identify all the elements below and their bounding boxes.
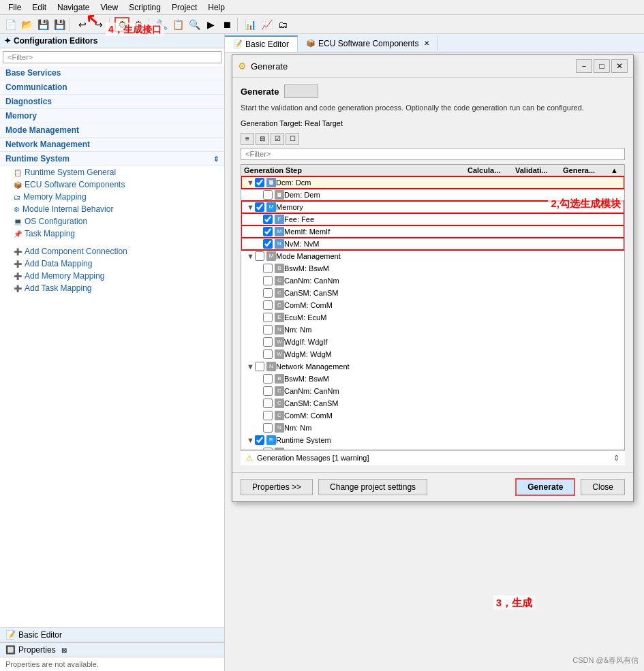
tree-check-all[interactable]: ☑ [271,133,284,145]
check-comm1[interactable] [263,300,273,310]
menu-file[interactable]: File [3,1,27,14]
toolbar-undo[interactable]: ↩ [75,17,90,32]
tree-row-ecum[interactable]: E EcuM: EcuM [241,311,624,324]
check-nm2[interactable] [263,423,273,433]
dialog-maximize-btn[interactable]: □ [594,59,610,73]
nav-network-management[interactable]: Network Management [0,138,224,152]
toolbar-btn-h[interactable]: 🗂 [275,17,290,32]
tree-row-wdgm[interactable]: W WdgM: WdgM [241,348,624,360]
check-cansm2[interactable] [263,399,273,408]
nav-add-data-mapping[interactable]: ➕ Add Data Mapping [0,258,224,270]
tree-filter-input[interactable] [241,148,625,160]
toolbar-btn-g[interactable]: 📈 [259,17,274,32]
nav-runtime-system-general[interactable]: 📋 Runtime System General [0,166,224,178]
toolbar-btn-f[interactable]: 📊 [243,17,258,32]
gen-messages-bar[interactable]: ⚠ Generation Messages [1 warning] ⇕ [241,450,625,465]
check-memif[interactable] [263,227,273,236]
properties-btn[interactable]: Properties >> [241,479,313,495]
nav-add-task-mapping[interactable]: ➕ Add Task Mapping [0,282,224,294]
tree-expand-all[interactable]: ≡ [241,133,254,145]
close-btn[interactable]: Close [581,479,625,495]
expand-net[interactable]: ▼ [247,362,255,371]
properties-tab[interactable]: 🔲 Properties ⊠ [0,643,224,657]
expand-dcm[interactable]: ▼ [247,178,255,187]
dialog-close-btn[interactable]: ✕ [611,59,628,73]
nav-diagnostics[interactable]: Diagnostics [0,95,224,109]
toolbar-gen2[interactable]: ⚙ [131,17,146,32]
check-cannm1[interactable] [263,276,273,285]
nav-module-internal[interactable]: ⚙ Module Internal Behavior [0,203,224,215]
check-runtime-sys[interactable] [255,435,264,445]
filter-box[interactable]: <Filter> [3,51,221,63]
check-nvm-mem[interactable] [263,239,273,249]
toolbar-save[interactable]: 💾 [35,17,50,32]
tree-row-cannm1[interactable]: C CanNm: CanNm [241,275,624,287]
toolbar-btn-d[interactable]: ▶ [203,17,218,32]
tree-row-dcm[interactable]: ▼ 📋 Dcm: Dcm [241,176,624,189]
menu-edit[interactable]: Edit [27,1,52,14]
nav-runtime-system[interactable]: Runtime System ⇕ [0,152,224,166]
menu-scripting[interactable]: Scripting [123,1,166,14]
tree-row-cannm2[interactable]: C CanNm: CanNm [241,385,624,397]
tree-row-mode-mgmt[interactable]: ▼ M Mode Management [241,250,624,262]
tree-row-nvm-mem[interactable]: N NvM: NvM [241,238,624,250]
tree-row-comm2[interactable]: C ComM: ComM [241,409,624,422]
tree-row-fee[interactable]: F Fee: Fee [241,213,624,225]
tree-row-comm1[interactable]: C ComM: ComM [241,299,624,311]
check-wdgif[interactable] [263,337,273,347]
toolbar-redo[interactable]: ↪ [91,17,106,32]
change-settings-btn[interactable]: Change project settings [318,479,427,495]
tree-collapse-all[interactable]: ⊟ [256,133,269,145]
nav-os-config[interactable]: 💻 OS Configuration [0,215,224,228]
nav-mode-management[interactable]: Mode Management [0,123,224,138]
tab-basic-editor[interactable]: 📝 Basic Editor [225,35,298,52]
check-wdgm[interactable] [263,349,273,359]
tree-row-wdgif[interactable]: W WdgIf: WdgIf [241,336,624,348]
toolbar-open[interactable]: 📂 [19,17,34,32]
menu-help[interactable]: Help [202,1,230,14]
nav-memory-mapping[interactable]: 🗂 Memory Mapping [0,191,224,203]
tree-row-net-mgmt[interactable]: ▼ N Network Management [241,360,624,373]
expand-mode[interactable]: ▼ [247,252,255,260]
tree-row-cansm2[interactable]: C CanSM: CanSM [241,397,624,409]
toolbar-generate-btn[interactable]: ⚙ [114,17,129,32]
tree-row-memory[interactable]: ▼ M Memory [241,201,624,213]
expand-memory[interactable]: ▼ [247,203,255,211]
toolbar-new[interactable]: 📄 [3,17,18,32]
toolbar-btn-c[interactable]: 🔍 [187,17,202,32]
check-bswm2[interactable] [263,374,273,384]
check-memory[interactable] [255,202,264,212]
toolbar-btn-e[interactable]: ⏹ [219,17,234,32]
nav-memory[interactable]: Memory [0,109,224,123]
check-bswm1[interactable] [263,264,273,273]
check-net[interactable] [255,362,264,371]
check-cansm1[interactable] [263,288,273,298]
check-dem[interactable] [263,190,273,200]
check-nm1[interactable] [263,325,273,334]
nav-base-services[interactable]: Base Services [0,66,224,80]
menu-view[interactable]: View [95,1,123,14]
tree-row-nm2[interactable]: N Nm: Nm [241,422,624,434]
nav-add-component[interactable]: ➕ Add Component Connection [0,245,224,258]
tab-ecu-software[interactable]: 📦 ECU Software Components ✕ [298,36,438,51]
check-cannm2[interactable] [263,386,273,396]
tab-ecu-close[interactable]: ✕ [424,40,429,47]
check-fee[interactable] [263,215,273,224]
tree-row-cansm1[interactable]: C CanSM: CanSM [241,287,624,299]
menu-project[interactable]: Project [166,1,202,14]
generate-btn[interactable]: Generate [515,478,575,496]
toolbar-save2[interactable]: 💾 [52,17,67,32]
toolbar-btn-a[interactable]: 🔧 [154,17,169,32]
tree-container[interactable]: Generation Step Calcula... Validati... G… [241,164,625,450]
check-mode[interactable] [255,251,264,261]
nav-ecu-software[interactable]: 📦 ECU Software Components [0,178,224,191]
check-dcm[interactable] [255,178,264,187]
nav-task-mapping[interactable]: 📌 Task Mapping [0,228,224,240]
dialog-minimize-btn[interactable]: － [576,59,592,73]
basic-editor-tab[interactable]: 📝 Basic Editor [0,628,224,642]
gen-msg-collapse-btn[interactable]: ⇕ [613,454,619,463]
nav-add-memory-mapping[interactable]: ➕ Add Memory Mapping [0,270,224,282]
tree-row-memif[interactable]: M MemIf: MemIf [241,225,624,238]
tree-uncheck-all[interactable]: ☐ [286,133,299,145]
toolbar-btn-b[interactable]: 📋 [170,17,185,32]
